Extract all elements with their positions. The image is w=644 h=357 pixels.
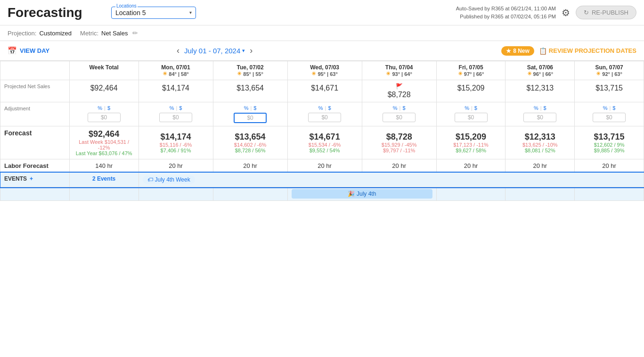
forecast-label-cell: Forecast [0,126,70,159]
labor-tue-cell: 20 hr [213,159,287,173]
adj-input-sat[interactable] [523,113,556,122]
projected-thu-cell: 🚩 $8,728 [362,80,436,102]
adj-pct-thu[interactable]: % [393,105,398,111]
adj-dollar-mon[interactable]: $ [179,105,182,111]
projected-tue-cell: $13,654 [213,80,287,102]
party-icon: 🎉 [348,191,355,197]
adj-tue-cell: % | $ [213,102,287,126]
republish-button[interactable]: ↻ RE-PUBLISH [576,6,636,19]
adj-pct-sun[interactable]: % [603,105,608,111]
adj-sun-cell: % | $ [575,102,644,126]
last-week-tue: $14,602 / -6% [217,142,284,148]
events-add-button[interactable]: + [30,175,33,182]
sun-icon-mon: ☀ [163,71,167,77]
location-value: Location 5 [115,9,146,17]
review-label: REVIEW PROJECTION DATES [549,47,636,54]
sun-icon-sun: ☀ [596,71,601,77]
date-range[interactable]: July 01 - 07, 2024 ▾ [184,47,245,55]
last-week-mon: $15,116 / -6% [143,142,209,148]
labor-week-cell: 140 hr [69,159,139,173]
sun-icon-wed: ☀ [311,71,316,77]
date-nav: ‹ July 01 - 07, 2024 ▾ › [177,46,253,56]
location-select[interactable]: Locations Location 5 ▾ [111,7,196,19]
edit-icon[interactable]: ✏ [132,29,138,37]
badge-new-text: 8 New [513,48,530,54]
labor-row: Labor Forecast 140 hr 20 hr 20 hr 20 hr … [0,159,644,173]
last-week-sun: $12,602 / 9% [579,142,640,148]
forecast-wed-cell: $14,671 $15,534 / -6% $9,552 / 54% [287,126,362,159]
events-row2-mon [139,187,213,201]
adj-pct-wed[interactable]: % [318,105,323,111]
col-header-wed: Wed, 07/03 ☀ 95° | 63° [287,61,362,80]
metric-label: Metric: [80,30,98,37]
header-right: Auto-Saved by R365 at 06/21/24, 11:00 AM… [456,5,636,20]
adj-input-thu[interactable] [383,113,416,122]
chevron-down-icon: ▾ [189,10,192,15]
adj-pct-tue[interactable]: % [244,105,249,111]
forecast-row: Forecast $92,464 Last Week $104,531 / -1… [0,126,644,159]
adj-dollar-fri[interactable]: $ [474,105,477,111]
projected-wed-cell: $14,671 [287,80,362,102]
forecast-table-wrap: Week Total Mon, 07/01 ☀ 84° | 58° Tue, 0… [0,61,644,201]
weather-fri: ☀ 97° | 66° [440,71,502,77]
forecast-thu-cell: $8,728 $15,929 / -45% $9,797 / -11% [362,126,436,159]
settings-button[interactable]: ⚙ [562,7,570,18]
events-week-event-cell: 🏷 July 4th Week [139,173,644,187]
gear-icon: ⚙ [562,8,570,18]
col-header-sat: Sat, 07/06 ☀ 96° | 66° [505,61,575,80]
events-row2-tue [213,187,287,201]
forecast-sun-cell: $13,715 $12,602 / 9% $9,885 / 39% [575,126,644,159]
adj-pct-week[interactable]: % [98,105,102,111]
adj-dollar-tue[interactable]: $ [253,105,256,111]
view-day-button[interactable]: 📅 VIEW DAY [8,46,49,55]
events-count: 2 Events [92,175,115,182]
last-year-sun: $9,885 / 39% [579,148,640,153]
next-week-button[interactable]: › [250,46,253,56]
weather-thu: ☀ 93° | 64° [366,71,432,77]
last-year-week: Last Year $63,076 / 47% [73,150,135,156]
adj-pct-fri[interactable]: % [465,105,469,111]
adj-input-week[interactable] [88,113,121,122]
thu-event-tag: 🎉 July 4th [292,189,432,199]
adj-dollar-thu[interactable]: $ [402,105,405,111]
adj-week-cell: % | $ [69,102,139,126]
projected-sat-cell: $12,313 [505,80,575,102]
adj-pct-sat[interactable]: % [534,105,538,111]
last-year-tue: $8,728 / 56% [217,148,284,153]
header: Forecasting Locations Location 5 ▾ Auto-… [0,0,644,25]
col-header-week: Week Total [69,61,139,80]
adj-dollar-sun[interactable]: $ [612,105,615,111]
forecast-fri-cell: $15,209 $17,123 / -11% $9,627 / 58% [436,126,505,159]
projected-sun-cell: $13,715 [575,80,644,102]
adj-input-mon[interactable] [159,113,192,122]
adj-dollar-sat[interactable]: $ [544,105,546,111]
projected-mon-cell: $14,174 [139,80,213,102]
last-year-thu: $9,797 / -11% [366,148,432,153]
last-week-wed: $15,534 / -6% [292,142,358,148]
thu-event-text: July 4th [357,191,376,197]
events-row2-label [0,187,70,201]
date-range-chevron-icon: ▾ [242,48,245,54]
adj-dollar-week[interactable]: $ [107,105,110,111]
adjustment-row: Adjustment % | $ % | $ [0,102,644,126]
adj-pct-mon[interactable]: % [170,105,174,111]
adj-input-fri[interactable] [455,113,488,122]
subheader: Projection: Customized Metric: Net Sales… [0,25,644,41]
holiday-flag: 🚩 [396,83,403,90]
prev-week-button[interactable]: ‹ [177,46,179,56]
date-range-text: July 01 - 07, 2024 [184,47,240,55]
events-row-2: 🎉 July 4th [0,187,644,201]
adj-input-sun[interactable] [593,113,626,122]
col-header-label [0,61,70,80]
review-projection-button[interactable]: 📋 REVIEW PROJECTION DATES [539,47,636,55]
labor-thu-cell: 20 hr [362,159,436,173]
forecast-tue-cell: $13,654 $14,602 / -6% $8,728 / 56% [213,126,287,159]
adj-thu-cell: % | $ [362,102,436,126]
events-row2-thu: 🎉 July 4th [287,187,436,201]
adj-dollar-wed[interactable]: $ [328,105,331,111]
week-event-text: July 4th Week [155,176,190,183]
adj-input-tue[interactable] [234,113,267,123]
adj-input-wed[interactable] [308,113,341,122]
events-label-cell: EVENTS + [0,173,70,187]
events-row-1: EVENTS + 2 Events 🏷 July 4th Week [0,173,644,187]
